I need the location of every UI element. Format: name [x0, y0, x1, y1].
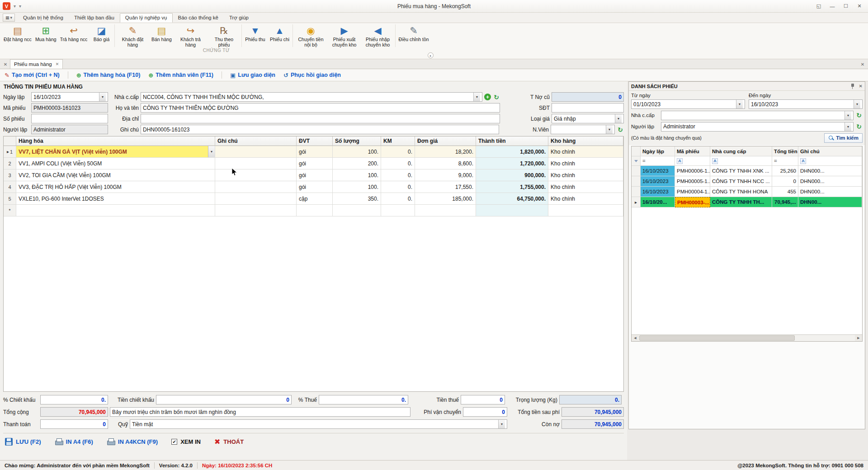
- cell-qty[interactable]: 200.: [333, 158, 381, 169]
- cell-price[interactable]: 9,000.: [415, 169, 476, 181]
- scroll-left-icon[interactable]: ◀: [632, 335, 639, 341]
- dropdown-arrow-icon[interactable]: ▾: [498, 420, 505, 428]
- cell-qty[interactable]: 350.: [333, 193, 381, 205]
- cell-note[interactable]: DHN000...: [798, 176, 862, 187]
- ribbon-item-ban-hang[interactable]: ▤Bán hàng: [149, 24, 174, 48]
- cell-date[interactable]: 16/10/2023: [641, 176, 675, 187]
- cell-date[interactable]: 16/10/2023: [641, 166, 675, 176]
- cell-km[interactable]: 0.: [381, 193, 415, 205]
- cell-total[interactable]: 70,945,...: [772, 197, 798, 207]
- list-item-selected[interactable]: ▸ 16/10/20... PMH00003-... CÔNG TY TNHH …: [632, 197, 862, 207]
- cell-km[interactable]: 0.: [381, 181, 415, 193]
- scrollbar-thumb[interactable]: [639, 335, 795, 341]
- dropdown-arrow-icon[interactable]: ▾: [844, 122, 851, 131]
- list-item[interactable]: 16/10/2023 PMH00005-1... CÔNG TY TNHH NC…: [632, 176, 862, 187]
- dropdown-arrow-icon[interactable]: ▾: [606, 125, 613, 134]
- dropdown-arrow-icon[interactable]: ▾: [208, 146, 215, 157]
- column-header-thanh-tien[interactable]: Thành tiền: [476, 136, 548, 146]
- ribbon-collapse-icon[interactable]: ▴: [428, 52, 434, 58]
- cell-km[interactable]: 0.: [381, 158, 415, 169]
- cell-product[interactable]: VV3, ĐẶC TRỊ HÔ HẤP (Việt Viễn) 100GM: [16, 181, 215, 193]
- cell-unit[interactable]: gói: [297, 146, 333, 158]
- cell-km[interactable]: 0.: [381, 169, 415, 181]
- cell-qty[interactable]: 100.: [333, 169, 381, 181]
- cell-note[interactable]: DHN000...: [798, 166, 862, 176]
- refresh-icon[interactable]: ↻: [493, 94, 500, 101]
- column-header-ghi-chu[interactable]: Ghi chú: [215, 136, 297, 146]
- dropdown-arrow-icon[interactable]: ▾: [844, 111, 851, 120]
- cell-note[interactable]: DHN00...: [798, 197, 862, 207]
- scroll-right-icon[interactable]: ▶: [855, 335, 862, 341]
- cell-warehouse[interactable]: [548, 205, 623, 216]
- cell-note[interactable]: [215, 146, 297, 158]
- tien-thue-input[interactable]: 0: [461, 395, 505, 404]
- cell-product[interactable]: VV2, TOI GIA CẦM (Việt Viễn) 100GM: [16, 169, 215, 181]
- cell-note[interactable]: [215, 158, 297, 169]
- filter-code[interactable]: A: [675, 156, 710, 166]
- refresh-icon[interactable]: ↻: [855, 123, 863, 130]
- tim-kiem-button[interactable]: Tìm kiếm: [824, 133, 863, 143]
- filter-date[interactable]: =: [641, 156, 675, 166]
- ribbon-item-mua-hang[interactable]: ⊞Mua hàng: [33, 24, 58, 48]
- thanh-toan-input[interactable]: 0: [40, 419, 108, 429]
- tab-tro-giup[interactable]: Trợ giúp: [224, 13, 254, 23]
- in-a4-button[interactable]: IN A4 (F6): [55, 438, 93, 445]
- xem-in-checkbox[interactable]: ✔XEM IN: [171, 438, 201, 445]
- loai-gia-select[interactable]: Giá nhập▾: [552, 114, 624, 123]
- cell-product[interactable]: VV7, LIỆT CHÂN GÀ VỊT (Việt viễn) 100GM▾: [16, 146, 215, 158]
- ribbon-item-thu-theo-phieu[interactable]: ℞Thu theo phiếu: [207, 24, 241, 48]
- column-header-ma-phieu[interactable]: Mã phiếu: [675, 146, 710, 156]
- cell-unit[interactable]: gói: [297, 158, 333, 169]
- close-icon[interactable]: ✕: [859, 84, 863, 89]
- dropdown-arrow-icon[interactable]: ▾: [736, 100, 743, 108]
- horizontal-scrollbar[interactable]: ◀ ▶: [632, 334, 862, 341]
- cell-price[interactable]: 17,550.: [415, 181, 476, 193]
- column-header-don-gia[interactable]: Đơn giá: [415, 136, 476, 146]
- cell-total[interactable]: 1,820,000.: [476, 146, 548, 158]
- dia-chi-input[interactable]: [141, 114, 500, 123]
- quick-access-icon[interactable]: ▾: [14, 4, 16, 9]
- them-nhan-vien-button[interactable]: ⊕Thêm nhân viên (F11): [148, 72, 213, 79]
- dropdown-arrow-icon[interactable]: ▾: [615, 114, 622, 123]
- cell-supplier[interactable]: CÔNG TY TNHH XNK ...: [710, 166, 772, 176]
- cell-km[interactable]: 0.: [381, 146, 415, 158]
- cell-warehouse[interactable]: Kho chính: [548, 169, 623, 181]
- cell-note[interactable]: [215, 205, 297, 216]
- sdt-input[interactable]: [552, 103, 624, 113]
- so-phieu-input[interactable]: [31, 114, 108, 123]
- dropdown-arrow-icon[interactable]: ▾: [854, 100, 860, 108]
- column-header-km[interactable]: KM: [381, 136, 415, 146]
- cell-total[interactable]: 900,000.: [476, 169, 548, 181]
- cell-warehouse[interactable]: Kho chính: [548, 158, 623, 169]
- close-icon[interactable]: ✕: [858, 60, 867, 69]
- fullscreen-icon[interactable]: ◱: [813, 2, 825, 11]
- luu-button[interactable]: LƯU (F2): [5, 438, 41, 446]
- cell-price[interactable]: 18,200.: [415, 146, 476, 158]
- cell-price[interactable]: 185,000.: [415, 193, 476, 205]
- maximize-icon[interactable]: ☐: [840, 2, 852, 11]
- dropdown-arrow-icon[interactable]: ▾: [473, 93, 480, 101]
- cell-unit[interactable]: gói: [297, 181, 333, 193]
- cell-code[interactable]: PMH00006-1...: [675, 166, 710, 176]
- pin-icon[interactable]: [850, 83, 855, 89]
- cell-code[interactable]: PMH00003-...: [675, 197, 710, 207]
- cell-total[interactable]: [476, 205, 548, 216]
- cell-supplier[interactable]: CÔNG TY TNHH TH...: [710, 197, 772, 207]
- ribbon-item-bao-gia[interactable]: ◪Báo giá: [89, 24, 113, 48]
- cell-qty[interactable]: 100.: [333, 146, 381, 158]
- n-vien-select[interactable]: ▾: [551, 125, 615, 134]
- filter-supplier[interactable]: A: [710, 156, 772, 166]
- cell-product[interactable]: VXLE10, PG-600 InterVet 1DOSES: [16, 193, 215, 205]
- ribbon-item-phieu-nhap-chuyen-kho[interactable]: ◀Phiếu nhập chuyển kho: [361, 24, 394, 48]
- cell-supplier[interactable]: CÔNG TY TNHH HONA: [710, 187, 772, 197]
- phi-van-chuyen-input[interactable]: 0: [463, 407, 507, 417]
- checkbox-checked-icon[interactable]: ✔: [171, 439, 177, 445]
- tab-bao-cao-thong-ke[interactable]: Báo cáo thống kê: [173, 13, 224, 23]
- ribbon-item-dieu-chinh-ton[interactable]: ✎Điều chỉnh tồn: [396, 24, 430, 48]
- refresh-icon[interactable]: ↻: [855, 112, 863, 119]
- ribbon-item-chuyen-tien-noi-bo[interactable]: ◉Chuyển tiền nội bộ: [294, 24, 327, 48]
- list-item[interactable]: 16/10/2023 PMH00006-1... CÔNG TY TNHH XN…: [632, 166, 862, 176]
- column-header-dvt[interactable]: ĐVT: [297, 136, 333, 146]
- cell-code[interactable]: PMH00005-1...: [675, 176, 710, 187]
- cell-price[interactable]: [415, 205, 476, 216]
